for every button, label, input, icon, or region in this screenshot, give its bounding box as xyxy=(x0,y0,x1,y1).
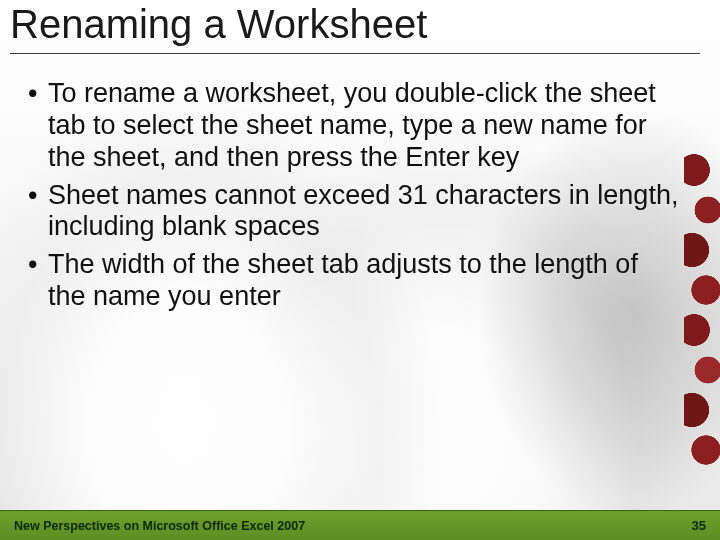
title-underline xyxy=(10,53,700,54)
slide-title: Renaming a Worksheet xyxy=(10,2,700,51)
title-area: Renaming a Worksheet xyxy=(10,2,700,54)
footer-source: New Perspectives on Microsoft Office Exc… xyxy=(14,519,305,533)
page-number: 35 xyxy=(692,518,706,533)
bullet-list: To rename a worksheet, you double-click … xyxy=(24,78,680,313)
slide-presentation: Renaming a Worksheet To rename a workshe… xyxy=(0,0,720,540)
bullet-item: The width of the sheet tab adjusts to th… xyxy=(24,249,680,313)
bullet-item: To rename a worksheet, you double-click … xyxy=(24,78,680,174)
footer-bar: New Perspectives on Microsoft Office Exc… xyxy=(0,510,720,540)
flower-petals xyxy=(684,130,720,490)
accent-flower-strip xyxy=(684,130,720,490)
bullet-item: Sheet names cannot exceed 31 characters … xyxy=(24,180,680,244)
content-area: To rename a worksheet, you double-click … xyxy=(24,78,680,319)
